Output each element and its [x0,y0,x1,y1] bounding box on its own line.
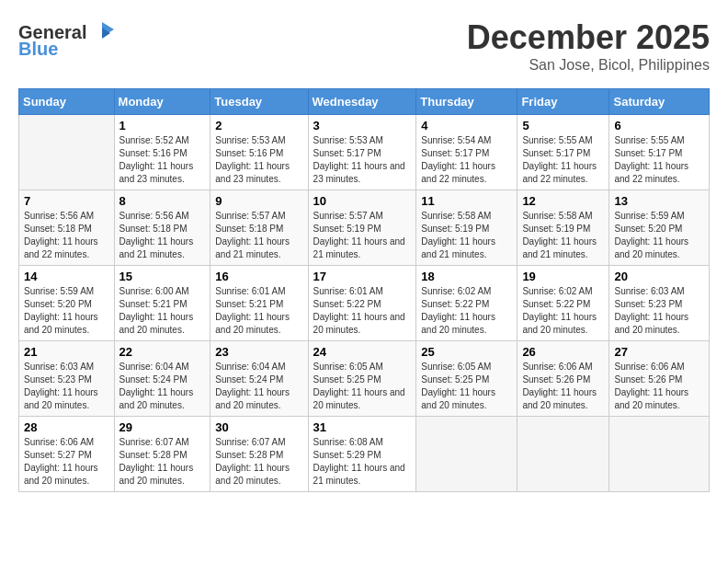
table-row: 23 Sunrise: 6:04 AMSunset: 5:24 PMDaylig… [210,341,308,417]
day-info: Sunrise: 6:05 AMSunset: 5:25 PMDaylight:… [421,362,495,410]
calendar-table: Sunday Monday Tuesday Wednesday Thursday… [18,88,710,492]
day-number: 29 [119,420,206,434]
table-row [518,417,609,492]
table-row [609,417,710,492]
table-row: 18 Sunrise: 6:02 AMSunset: 5:22 PMDaylig… [416,266,518,341]
col-friday: Friday [518,89,609,115]
day-info: Sunrise: 6:07 AMSunset: 5:28 PMDaylight:… [215,437,290,486]
day-number: 21 [24,345,109,359]
day-number: 20 [614,270,704,283]
day-info: Sunrise: 5:53 AMSunset: 5:16 PMDaylight:… [215,135,290,184]
day-number: 23 [215,345,302,359]
col-tuesday: Tuesday [210,89,308,115]
table-row: 27 Sunrise: 6:06 AMSunset: 5:26 PMDaylig… [609,341,710,417]
table-row: 10 Sunrise: 5:57 AMSunset: 5:19 PMDaylig… [308,190,416,266]
day-info: Sunrise: 6:06 AMSunset: 5:27 PMDaylight:… [24,437,98,486]
day-info: Sunrise: 5:56 AMSunset: 5:18 PMDaylight:… [119,211,194,259]
day-number: 12 [522,194,604,208]
day-number: 7 [24,194,109,208]
calendar-header-row: Sunday Monday Tuesday Wednesday Thursday… [19,89,710,115]
day-info: Sunrise: 6:08 AMSunset: 5:29 PMDaylight:… [313,437,405,486]
day-number: 31 [313,420,412,434]
calendar-week-row: 1 Sunrise: 5:52 AMSunset: 5:16 PMDayligh… [19,115,710,190]
table-row: 6 Sunrise: 5:55 AMSunset: 5:17 PMDayligh… [609,115,710,190]
col-monday: Monday [114,89,210,115]
page-header: General Blue December 2025 San Jose, Bic… [18,18,710,74]
day-number: 2 [215,119,302,132]
day-number: 25 [421,345,512,359]
day-number: 4 [421,119,512,132]
day-info: Sunrise: 6:04 AMSunset: 5:24 PMDaylight:… [119,362,194,410]
day-info: Sunrise: 5:54 AMSunset: 5:17 PMDaylight:… [421,135,495,184]
day-info: Sunrise: 5:59 AMSunset: 5:20 PMDaylight:… [614,211,688,259]
day-info: Sunrise: 6:00 AMSunset: 5:21 PMDaylight:… [119,286,194,335]
day-number: 14 [24,270,109,283]
day-number: 11 [421,194,512,208]
day-info: Sunrise: 5:57 AMSunset: 5:18 PMDaylight:… [215,211,290,259]
table-row: 31 Sunrise: 6:08 AMSunset: 5:29 PMDaylig… [308,417,416,492]
day-number: 17 [313,270,412,283]
day-number: 18 [421,270,512,283]
logo-icon [88,18,116,46]
col-sunday: Sunday [19,89,115,115]
table-row: 2 Sunrise: 5:53 AMSunset: 5:16 PMDayligh… [210,115,308,190]
day-number: 15 [119,270,206,283]
day-number: 16 [215,270,302,283]
table-row: 7 Sunrise: 5:56 AMSunset: 5:18 PMDayligh… [19,190,115,266]
calendar-week-row: 28 Sunrise: 6:06 AMSunset: 5:27 PMDaylig… [19,417,710,492]
day-number: 28 [24,420,109,434]
day-number: 24 [313,345,412,359]
table-row: 11 Sunrise: 5:58 AMSunset: 5:19 PMDaylig… [416,190,518,266]
table-row [19,115,115,190]
day-number: 1 [119,119,206,132]
day-number: 10 [313,194,412,208]
table-row: 4 Sunrise: 5:54 AMSunset: 5:17 PMDayligh… [416,115,518,190]
col-saturday: Saturday [609,89,710,115]
day-info: Sunrise: 5:59 AMSunset: 5:20 PMDaylight:… [24,286,98,335]
table-row: 22 Sunrise: 6:04 AMSunset: 5:24 PMDaylig… [114,341,210,417]
title-section: December 2025 San Jose, Bicol, Philippin… [467,18,710,74]
day-number: 3 [313,119,412,132]
day-info: Sunrise: 6:06 AMSunset: 5:26 PMDaylight:… [614,362,688,410]
table-row: 20 Sunrise: 6:03 AMSunset: 5:23 PMDaylig… [609,266,710,341]
day-number: 27 [614,345,704,359]
table-row: 19 Sunrise: 6:02 AMSunset: 5:22 PMDaylig… [518,266,609,341]
day-number: 9 [215,194,302,208]
day-info: Sunrise: 6:04 AMSunset: 5:24 PMDaylight:… [215,362,290,410]
table-row: 17 Sunrise: 6:01 AMSunset: 5:22 PMDaylig… [308,266,416,341]
day-info: Sunrise: 6:07 AMSunset: 5:28 PMDaylight:… [119,437,194,486]
day-number: 6 [614,119,704,132]
day-number: 22 [119,345,206,359]
day-info: Sunrise: 5:57 AMSunset: 5:19 PMDaylight:… [313,211,405,259]
day-info: Sunrise: 6:03 AMSunset: 5:23 PMDaylight:… [614,286,688,335]
table-row: 3 Sunrise: 5:53 AMSunset: 5:17 PMDayligh… [308,115,416,190]
table-row: 13 Sunrise: 5:59 AMSunset: 5:20 PMDaylig… [609,190,710,266]
day-info: Sunrise: 5:55 AMSunset: 5:17 PMDaylight:… [522,135,597,184]
day-number: 8 [119,194,206,208]
table-row: 5 Sunrise: 5:55 AMSunset: 5:17 PMDayligh… [518,115,609,190]
day-info: Sunrise: 6:05 AMSunset: 5:25 PMDaylight:… [313,362,405,410]
day-info: Sunrise: 6:02 AMSunset: 5:22 PMDaylight:… [421,286,495,335]
table-row: 25 Sunrise: 6:05 AMSunset: 5:25 PMDaylig… [416,341,518,417]
day-info: Sunrise: 5:58 AMSunset: 5:19 PMDaylight:… [522,211,597,259]
col-thursday: Thursday [416,89,518,115]
calendar-week-row: 14 Sunrise: 5:59 AMSunset: 5:20 PMDaylig… [19,266,710,341]
table-row: 15 Sunrise: 6:00 AMSunset: 5:21 PMDaylig… [114,266,210,341]
day-number: 5 [522,119,604,132]
day-info: Sunrise: 5:58 AMSunset: 5:19 PMDaylight:… [421,211,495,259]
table-row: 24 Sunrise: 6:05 AMSunset: 5:25 PMDaylig… [308,341,416,417]
table-row: 30 Sunrise: 6:07 AMSunset: 5:28 PMDaylig… [210,417,308,492]
table-row: 29 Sunrise: 6:07 AMSunset: 5:28 PMDaylig… [114,417,210,492]
calendar-title: December 2025 [467,18,710,57]
table-row: 16 Sunrise: 6:01 AMSunset: 5:21 PMDaylig… [210,266,308,341]
day-info: Sunrise: 6:03 AMSunset: 5:23 PMDaylight:… [24,362,98,410]
table-row: 21 Sunrise: 6:03 AMSunset: 5:23 PMDaylig… [19,341,115,417]
day-info: Sunrise: 5:53 AMSunset: 5:17 PMDaylight:… [313,135,405,184]
table-row: 12 Sunrise: 5:58 AMSunset: 5:19 PMDaylig… [518,190,609,266]
day-info: Sunrise: 6:02 AMSunset: 5:22 PMDaylight:… [522,286,597,335]
table-row: 9 Sunrise: 5:57 AMSunset: 5:18 PMDayligh… [210,190,308,266]
day-info: Sunrise: 5:52 AMSunset: 5:16 PMDaylight:… [119,135,194,184]
table-row: 8 Sunrise: 5:56 AMSunset: 5:18 PMDayligh… [114,190,210,266]
day-number: 26 [522,345,604,359]
day-info: Sunrise: 5:55 AMSunset: 5:17 PMDaylight:… [614,135,688,184]
